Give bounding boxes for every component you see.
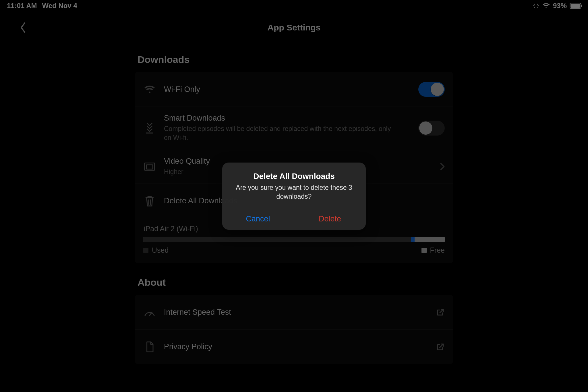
- cancel-button[interactable]: Cancel: [222, 208, 294, 230]
- delete-confirmation-alert: Delete All Downloads Are you sure you wa…: [222, 162, 366, 229]
- alert-message: Are you sure you want to delete these 3 …: [230, 183, 358, 201]
- delete-button[interactable]: Delete: [294, 208, 366, 230]
- alert-title: Delete All Downloads: [230, 171, 358, 181]
